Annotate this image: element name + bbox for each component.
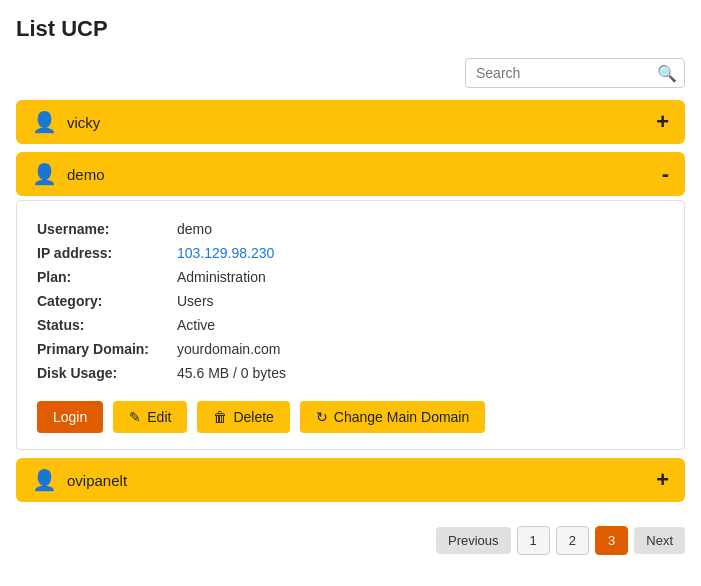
ip-label: IP address:	[37, 241, 177, 265]
expanded-panel-demo: Username: demo IP address: 103.129.98.23…	[16, 200, 685, 450]
disk-usage-value: 45.6 MB / 0 bytes	[177, 361, 664, 385]
status-label: Status:	[37, 313, 177, 337]
username-vicky: vicky	[67, 114, 100, 131]
accordion-row-ovipanelt[interactable]: 👤 ovipanelt +	[16, 458, 685, 502]
delete-label: Delete	[233, 409, 273, 425]
username-value: demo	[177, 217, 664, 241]
previous-button[interactable]: Previous	[436, 527, 511, 554]
row-category: Category: Users	[37, 289, 664, 313]
change-domain-button[interactable]: ↻ Change Main Domain	[300, 401, 485, 433]
next-button[interactable]: Next	[634, 527, 685, 554]
username-label: Username:	[37, 217, 177, 241]
accordion-row-demo[interactable]: 👤 demo -	[16, 152, 685, 196]
plan-label: Plan:	[37, 265, 177, 289]
change-domain-label: Change Main Domain	[334, 409, 469, 425]
edit-button[interactable]: ✎ Edit	[113, 401, 187, 433]
ip-value: 103.129.98.230	[177, 241, 664, 265]
edit-icon: ✎	[129, 409, 141, 425]
row-plan: Plan: Administration	[37, 265, 664, 289]
disk-usage-label: Disk Usage:	[37, 361, 177, 385]
accordion-left-demo: 👤 demo	[32, 162, 105, 186]
search-input[interactable]	[465, 58, 685, 88]
page-2-button[interactable]: 2	[556, 526, 589, 555]
toggle-demo: -	[662, 163, 669, 185]
search-bar: 🔍	[16, 58, 685, 88]
row-disk-usage: Disk Usage: 45.6 MB / 0 bytes	[37, 361, 664, 385]
ip-link[interactable]: 103.129.98.230	[177, 245, 274, 261]
user-icon-demo: 👤	[32, 162, 57, 186]
login-button[interactable]: Login	[37, 401, 103, 433]
username-demo: demo	[67, 166, 105, 183]
row-status: Status: Active	[37, 313, 664, 337]
row-username: Username: demo	[37, 217, 664, 241]
plan-value: Administration	[177, 265, 664, 289]
edit-label: Edit	[147, 409, 171, 425]
accordion-left-ovipanelt: 👤 ovipanelt	[32, 468, 127, 492]
search-icon[interactable]: 🔍	[657, 64, 677, 83]
delete-icon: 🗑	[213, 409, 227, 425]
username-ovipanelt: ovipanelt	[67, 472, 127, 489]
category-label: Category:	[37, 289, 177, 313]
page-1-button[interactable]: 1	[517, 526, 550, 555]
change-domain-icon: ↻	[316, 409, 328, 425]
primary-domain-value: yourdomain.com	[177, 337, 664, 361]
action-buttons-demo: Login ✎ Edit 🗑 Delete ↻ Change Main Doma…	[37, 401, 664, 433]
row-ip: IP address: 103.129.98.230	[37, 241, 664, 265]
delete-button[interactable]: 🗑 Delete	[197, 401, 289, 433]
accordion-left-vicky: 👤 vicky	[32, 110, 100, 134]
page-title: List UCP	[16, 16, 685, 42]
row-primary-domain: Primary Domain: yourdomain.com	[37, 337, 664, 361]
status-value: Active	[177, 313, 664, 337]
primary-domain-label: Primary Domain:	[37, 337, 177, 361]
info-table-demo: Username: demo IP address: 103.129.98.23…	[37, 217, 664, 385]
toggle-vicky: +	[656, 111, 669, 133]
category-value: Users	[177, 289, 664, 313]
search-wrapper: 🔍	[465, 58, 685, 88]
page-3-button[interactable]: 3	[595, 526, 628, 555]
user-icon-vicky: 👤	[32, 110, 57, 134]
pagination: Previous 1 2 3 Next	[16, 510, 685, 563]
accordion-row-vicky[interactable]: 👤 vicky +	[16, 100, 685, 144]
toggle-ovipanelt: +	[656, 469, 669, 491]
user-icon-ovipanelt: 👤	[32, 468, 57, 492]
